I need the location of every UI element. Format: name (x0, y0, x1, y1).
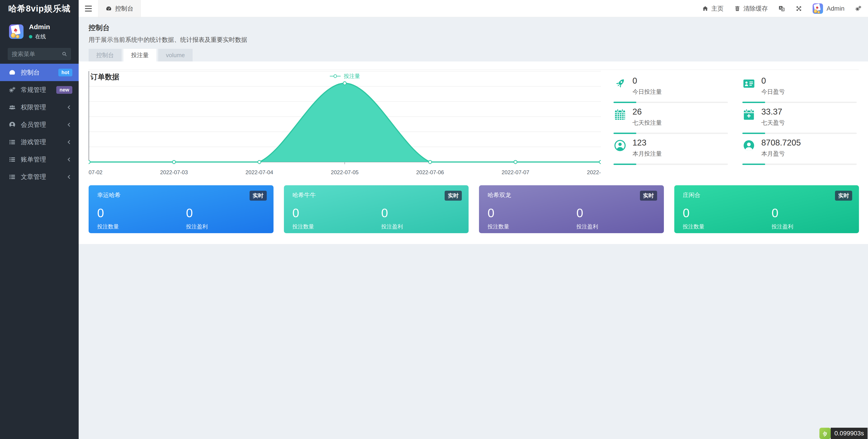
stat-today-profit: 0 今日盈亏 (742, 72, 857, 103)
list-icon (8, 156, 16, 163)
bet-count-value: 0 (292, 206, 381, 220)
sidebar-user-panel: ♠ Admin 在线 (0, 17, 79, 42)
clear-cache-button[interactable]: 清除缓存 (734, 4, 768, 13)
request-time-badge: 0.099903s (831, 428, 868, 439)
game-card-title: 幸运哈希 (97, 191, 265, 199)
thinkphp-logo-icon (819, 428, 831, 439)
user-menu[interactable]: ♠ Admin (813, 3, 844, 14)
tab-label: 控制台 (115, 4, 133, 13)
stat-label: 七天投注量 (632, 119, 662, 127)
x-axis-label: 2022-07-05 (331, 169, 359, 176)
bet-profit-value: 0 (186, 206, 208, 220)
realtime-badge: 实时 (250, 191, 267, 201)
bet-profit-label: 投注盈利 (772, 223, 793, 230)
user-circle-icon (8, 121, 16, 128)
game-card-title: 庄闲合 (683, 191, 850, 199)
order-data-card: 订单数据 投注量 2022-07-022022-07-032022-07-042… (89, 70, 859, 182)
gears-icon (8, 86, 16, 94)
sidebar-item-label: 账单管理 (21, 155, 46, 164)
dashboard-icon (8, 69, 16, 76)
avatar: ♠ (9, 24, 24, 39)
bet-count-label: 投注数量 (683, 223, 772, 230)
users-icon (8, 104, 16, 111)
app-title: 哈希8vip娱乐城 (0, 0, 79, 17)
chevron-left-icon (66, 174, 72, 180)
topbar: 控制台 主页 清除缓存 A ♠ Admin (79, 0, 868, 17)
settings-gears-icon[interactable] (855, 5, 862, 12)
translate-icon[interactable]: A (778, 5, 785, 12)
realtime-badge: 实时 (640, 191, 657, 201)
realtime-badge: 实时 (835, 191, 852, 201)
bet-count-value: 0 (683, 206, 772, 220)
sidebar-item-members[interactable]: 会员管理 (0, 116, 79, 133)
user-solid-icon (742, 139, 755, 152)
stats-panel: 0 今日投注量 0 今日盈亏 (601, 70, 859, 182)
online-status-dot (29, 35, 32, 38)
sidebar-menu: 控制台 hot 常规管理 new 权限管理 会员管理 (0, 64, 79, 186)
x-axis-label: 2022-07-02 (89, 169, 102, 176)
stat-month-profit: 8708.7205 本月盈亏 (742, 134, 857, 165)
bet-count-value: 0 (488, 206, 577, 220)
calendar-plus-icon (742, 108, 755, 121)
x-axis-label: 2022-07-07 (502, 169, 529, 176)
stat-value: 33.37 (761, 107, 785, 117)
fullscreen-icon[interactable] (796, 5, 802, 12)
progress-bar (614, 164, 728, 165)
stat-week-profit: 33.37 七天盈亏 (742, 103, 857, 134)
rocket-icon (614, 77, 627, 90)
stat-week-volume: 26 七天投注量 (614, 103, 728, 134)
chevron-left-icon (66, 104, 72, 111)
sidebar-item-label: 权限管理 (21, 103, 46, 112)
tab-dashboard[interactable]: 控制台 (98, 0, 141, 17)
bet-profit-label: 投注盈利 (577, 223, 598, 230)
page-title: 控制台 (89, 23, 868, 33)
legend-label: 投注量 (344, 72, 360, 80)
new-badge: new (56, 86, 72, 94)
search-icon[interactable] (61, 51, 67, 57)
bet-count-label: 投注数量 (97, 223, 186, 230)
content-tabs: 控制台 投注量 volume (89, 49, 868, 61)
sidebar-item-label: 游戏管理 (21, 138, 46, 147)
bet-profit-label: 投注盈利 (381, 223, 403, 230)
stat-value: 8708.7205 (761, 138, 801, 148)
stat-label: 本月投注量 (632, 150, 662, 158)
stat-value: 26 (632, 107, 662, 117)
avatar: ♠ (813, 3, 823, 14)
chart-legend[interactable]: 投注量 (329, 72, 360, 80)
chevron-left-icon (66, 156, 72, 163)
stat-today-volume: 0 今日投注量 (614, 72, 728, 103)
stat-value: 0 (632, 76, 662, 86)
sidebar-item-games[interactable]: 游戏管理 (0, 133, 79, 151)
sidebar-item-label: 文章管理 (21, 173, 46, 181)
order-chart-canvas (89, 70, 601, 168)
sidebar-item-general[interactable]: 常规管理 new (0, 81, 79, 98)
sidebar-item-dashboard[interactable]: 控制台 hot (0, 64, 79, 81)
trash-icon (734, 5, 741, 12)
game-cards-row: 幸运哈希 实时 0 投注数量 0 投注盈利 哈希牛牛 实时 (89, 185, 859, 233)
page-subtitle: 用于展示当前系统中的统计数据、统计报表及重要实时数据 (89, 36, 868, 44)
sidebar-item-articles[interactable]: 文章管理 (0, 168, 79, 186)
bet-profit-label: 投注盈利 (186, 223, 208, 230)
home-link[interactable]: 主页 (702, 4, 723, 13)
menu-toggle-button[interactable] (79, 0, 98, 17)
list-icon (8, 173, 16, 181)
sidebar-item-permissions[interactable]: 权限管理 (0, 98, 79, 116)
game-card-title: 哈希牛牛 (292, 191, 460, 199)
chevron-left-icon (66, 139, 72, 146)
debug-toolbar[interactable]: 0.099903s (819, 428, 868, 439)
sidebar-item-bills[interactable]: 账单管理 (0, 151, 79, 168)
user-name: Admin (29, 23, 50, 31)
id-card-icon (742, 77, 755, 90)
stat-label: 今日投注量 (632, 88, 662, 96)
bet-count-label: 投注数量 (488, 223, 577, 230)
home-icon (702, 5, 709, 12)
x-axis-label: 2022-07-04 (246, 169, 273, 176)
online-status-label: 在线 (35, 33, 46, 40)
sidebar-item-label: 控制台 (21, 68, 40, 77)
sidebar: 哈希8vip娱乐城 ♠ Admin 在线 控制台 hot (0, 0, 79, 439)
tab-volume[interactable]: volume (158, 49, 193, 61)
tab-bet-volume[interactable]: 投注量 (123, 49, 156, 65)
dashboard-icon (105, 5, 112, 12)
tab-console[interactable]: 控制台 (89, 49, 122, 61)
sidebar-search (8, 48, 71, 60)
